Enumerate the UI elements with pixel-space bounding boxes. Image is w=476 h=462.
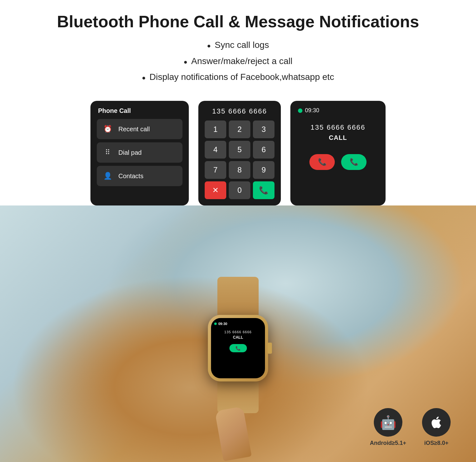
feature-item-2: Answer/make/reject a call bbox=[19, 53, 457, 69]
watch-time-row: 09:30 bbox=[214, 322, 227, 326]
phone-call-mockup: Phone Call ⏰ Recent call ⠿ Dial pad 👤 Co… bbox=[90, 101, 189, 205]
dial-6[interactable]: 6 bbox=[253, 141, 274, 159]
header-section: Bluetooth Phone Call & Message Notificat… bbox=[0, 0, 476, 91]
android-icon: 🤖 bbox=[374, 408, 402, 437]
accept-button[interactable]: 📞 bbox=[341, 154, 367, 170]
contacts-label: Contacts bbox=[118, 172, 143, 180]
ios-compat: iOS≥8.0+ bbox=[422, 408, 451, 446]
dial-delete[interactable]: ✕ bbox=[205, 181, 226, 199]
ios-label: iOS≥8.0+ bbox=[424, 440, 448, 446]
contact-icon: 👤 bbox=[102, 170, 113, 182]
dial-call[interactable]: 📞 bbox=[253, 181, 274, 199]
contacts-item[interactable]: 👤 Contacts bbox=[97, 166, 182, 186]
time-dot-icon bbox=[298, 108, 302, 113]
finger-silhouette bbox=[215, 407, 252, 461]
dial-pad-label: Dial pad bbox=[118, 149, 142, 156]
page-title: Bluetooth Phone Call & Message Notificat… bbox=[19, 13, 457, 31]
watch-call-label: CALL bbox=[233, 335, 243, 340]
feature-list: Sync call logs Answer/make/reject a call… bbox=[19, 37, 457, 85]
android-label: Android≥5.1+ bbox=[370, 440, 406, 446]
incoming-time-label: 09:30 bbox=[305, 107, 319, 114]
watch-number: 135 6666 6666 bbox=[224, 330, 252, 334]
dial-4[interactable]: 4 bbox=[205, 141, 226, 159]
watch-status-dot bbox=[214, 322, 217, 325]
dial-9[interactable]: 9 bbox=[253, 161, 274, 179]
lower-section: 09:30 135 6666 6666 CALL 📞 🤖 An bbox=[0, 205, 476, 462]
dialpad-grid: 1 2 3 4 5 6 7 8 9 ✕ 0 📞 bbox=[205, 120, 274, 199]
dial-0[interactable]: 0 bbox=[229, 181, 250, 199]
mockups-row: Phone Call ⏰ Recent call ⠿ Dial pad 👤 Co… bbox=[0, 91, 476, 205]
incoming-call-mockup: 09:30 135 6666 6666 CALL 📞 📞 bbox=[290, 101, 386, 205]
watch-band-top bbox=[217, 277, 259, 315]
alarm-icon: ⏰ bbox=[102, 123, 113, 135]
phone-call-title: Phone Call bbox=[97, 107, 182, 114]
dial-1[interactable]: 1 bbox=[205, 120, 226, 138]
dial-3[interactable]: 3 bbox=[253, 120, 274, 138]
dial-5[interactable]: 5 bbox=[229, 141, 250, 159]
incoming-call-label: CALL bbox=[298, 134, 378, 141]
recent-call-item[interactable]: ⏰ Recent call bbox=[97, 119, 182, 139]
incoming-time: 09:30 bbox=[298, 107, 378, 114]
watch-case: 09:30 135 6666 6666 CALL 📞 bbox=[208, 315, 268, 381]
feature-item-3: Display notifications of Facebook,whatsa… bbox=[19, 69, 457, 85]
call-buttons: 📞 📞 bbox=[298, 154, 378, 170]
dial-2[interactable]: 2 bbox=[229, 120, 250, 138]
feature-item-1: Sync call logs bbox=[19, 37, 457, 53]
compatibility-section: 🤖 Android≥5.1+ iOS≥8.0+ bbox=[370, 408, 451, 446]
watch-assembly: 09:30 135 6666 6666 CALL 📞 bbox=[208, 277, 268, 413]
page-wrapper: Bluetooth Phone Call & Message Notificat… bbox=[0, 0, 476, 462]
android-compat: 🤖 Android≥5.1+ bbox=[370, 408, 406, 446]
dial-8[interactable]: 8 bbox=[229, 161, 250, 179]
watch-screen: 09:30 135 6666 6666 CALL 📞 bbox=[211, 318, 265, 378]
decline-button[interactable]: 📞 bbox=[309, 154, 335, 170]
dial-pad-item[interactable]: ⠿ Dial pad bbox=[97, 142, 182, 163]
recent-call-label: Recent call bbox=[118, 126, 150, 133]
apple-icon bbox=[422, 408, 451, 437]
watch-time: 09:30 bbox=[218, 322, 227, 326]
dial-7[interactable]: 7 bbox=[205, 161, 226, 179]
dialpad-icon: ⠿ bbox=[102, 147, 113, 158]
watch-crown bbox=[268, 343, 272, 354]
watch-accept-button[interactable]: 📞 bbox=[229, 344, 247, 352]
dialpad-mockup: 135 6666 6666 1 2 3 4 5 6 7 8 9 ✕ 0 📞 bbox=[198, 101, 281, 205]
dialpad-number: 135 6666 6666 bbox=[205, 107, 274, 115]
incoming-number: 135 6666 6666 bbox=[298, 123, 378, 132]
